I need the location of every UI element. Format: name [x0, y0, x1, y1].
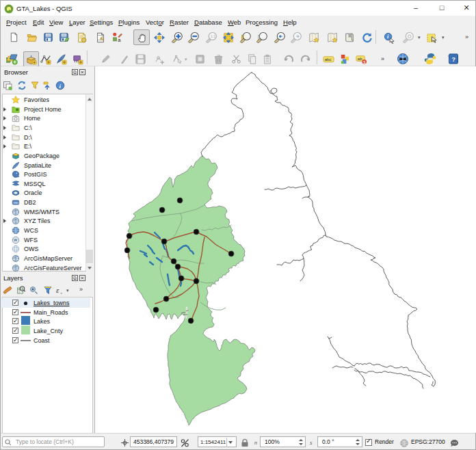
svg-text:W: W	[14, 238, 18, 242]
svg-text:ε: ε	[56, 286, 60, 294]
svg-text:ab: ab	[358, 56, 362, 61]
svg-text:ν: ν	[61, 291, 63, 295]
svg-text:1:1: 1:1	[211, 35, 215, 38]
svg-text:?: ?	[452, 56, 456, 63]
svg-text:DB2: DB2	[13, 202, 18, 204]
svg-text:abc: abc	[325, 57, 332, 62]
svg-text:a: a	[118, 37, 121, 42]
